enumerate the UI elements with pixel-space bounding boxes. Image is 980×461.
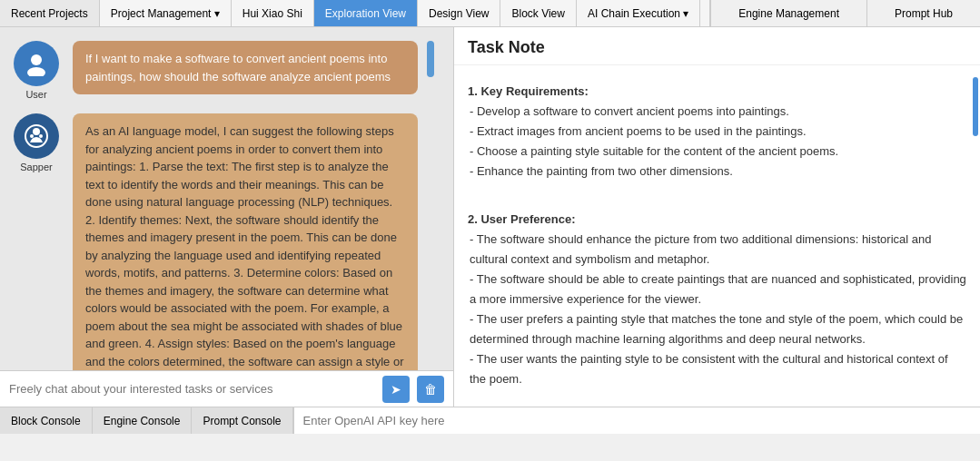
chat-input[interactable]: [9, 382, 375, 396]
req-item-4: - Enhance the painting from two other di…: [468, 162, 966, 181]
trash-icon: 🗑: [424, 382, 437, 397]
svg-point-5: [39, 134, 43, 138]
req-item-2: - Extract images from ancient poems to b…: [468, 122, 966, 142]
prompt-console-tab[interactable]: Prompt Console: [192, 407, 292, 434]
nav-right-tabs: Engine Management Prompt Hub: [709, 0, 980, 26]
user-label: User: [25, 89, 46, 100]
tab-recent-projects[interactable]: Recent Projects: [0, 0, 100, 26]
chat-panel: User If I want to make a software to con…: [0, 27, 454, 407]
bottom-console-bar: Block Console Engine Console Prompt Cons…: [0, 407, 980, 434]
section-title-2: 2. User Preference:: [468, 210, 966, 230]
pref-item-2: - The software should be able to create …: [468, 270, 966, 309]
sapper-message-bubble: As an AI language model, I can suggest t…: [73, 113, 418, 370]
nav-left-tabs: Recent Projects Project Management ▾ Hui…: [0, 0, 709, 26]
svg-point-3: [33, 128, 40, 135]
pref-item-4: - The user wants the painting style to b…: [468, 349, 966, 389]
main-layout: User If I want to make a software to con…: [0, 27, 980, 407]
chat-messages: User If I want to make a software to con…: [0, 27, 453, 370]
tab-project-management[interactable]: Project Management ▾: [100, 0, 232, 26]
svg-point-0: [31, 54, 42, 65]
sapper-label: Sapper: [20, 162, 52, 172]
api-key-input[interactable]: [293, 407, 981, 434]
task-note-content: 1. Key Requirements: - Develop a softwar…: [454, 65, 980, 407]
tab-ai-chain-execution[interactable]: AI Chain Execution ▾: [577, 0, 700, 26]
section-user-preference: 2. User Preference: - The software shoul…: [468, 210, 966, 390]
req-item-3: - Choose a painting style suitable for t…: [468, 142, 966, 162]
user-avatar: [14, 41, 59, 86]
tab-exploration-view[interactable]: Exploration View: [314, 0, 418, 26]
user-avatar-block: User: [9, 41, 64, 100]
task-note-title: Task Note: [454, 27, 980, 65]
send-button[interactable]: ➤: [382, 376, 410, 403]
user-message-row: User If I want to make a software to con…: [9, 41, 444, 100]
task-note-panel: Task Note 1. Key Requirements: - Develop…: [454, 27, 980, 407]
right-scrollbar-thumb: [973, 77, 978, 136]
tab-prompt-hub[interactable]: Prompt Hub: [866, 0, 980, 26]
send-icon: ➤: [391, 382, 401, 397]
sapper-avatar-block: Sapper: [9, 113, 64, 172]
section-key-requirements: 1. Key Requirements: - Develop a softwar…: [468, 82, 966, 181]
engine-console-tab[interactable]: Engine Console: [93, 407, 193, 434]
scroll-indicator: [427, 41, 434, 77]
tab-hui-xiao-shi[interactable]: Hui Xiao Shi: [232, 0, 314, 26]
top-navigation: Recent Projects Project Management ▾ Hui…: [0, 0, 980, 27]
tab-block-view[interactable]: Block View: [500, 0, 576, 26]
sapper-message-row: Sapper As an AI language model, I can su…: [9, 113, 444, 370]
svg-point-1: [27, 67, 45, 76]
section-title-1: 1. Key Requirements:: [468, 82, 966, 102]
pref-item-3: - The user prefers a painting style that…: [468, 309, 966, 349]
sapper-avatar: [14, 113, 59, 159]
svg-point-4: [30, 134, 34, 138]
delete-button[interactable]: 🗑: [417, 376, 444, 403]
pref-item-1: - The software should enhance the pictur…: [468, 230, 966, 270]
chat-input-bar: ➤ 🗑: [0, 370, 453, 407]
tab-design-view[interactable]: Design View: [418, 0, 500, 26]
tab-engine-management[interactable]: Engine Management: [710, 0, 866, 26]
req-item-1: - Develop a software to convert ancient …: [468, 102, 966, 122]
user-message-bubble: If I want to make a software to convert …: [73, 41, 418, 94]
block-console-tab[interactable]: Block Console: [0, 407, 93, 434]
